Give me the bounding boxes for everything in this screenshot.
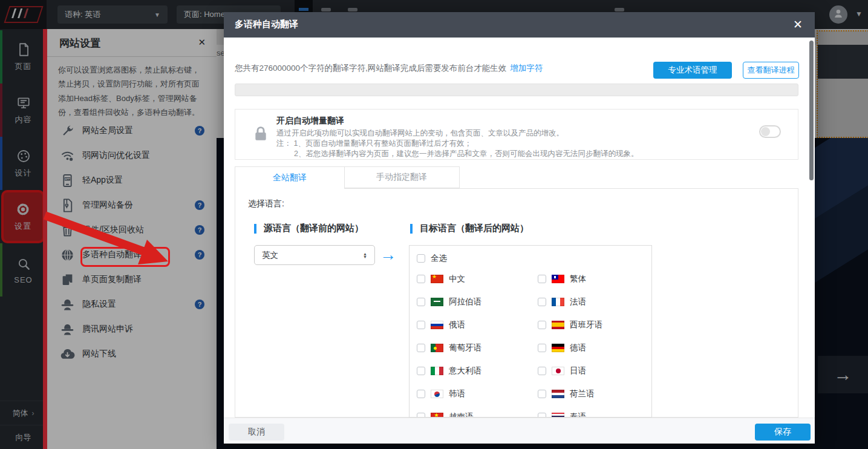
language-option-label: 泰语 [570, 411, 586, 418]
language-option-label: 繁体 [570, 274, 586, 284]
language-option-label: 阿拉伯语 [449, 297, 481, 307]
tab-full-site-translate[interactable]: 全站翻译 [235, 166, 345, 189]
lock-icon [251, 123, 270, 145]
language-option-label: 日语 [570, 365, 586, 376]
tw-flag-icon [552, 275, 564, 283]
source-select-value: 英文 [262, 250, 278, 261]
language-option-sa[interactable]: 阿拉伯语 [417, 290, 481, 313]
language-row: 中文繁体 [410, 267, 651, 290]
modal-title: 多语种自动翻译 [235, 19, 298, 30]
language-option-label: 西班牙语 [570, 320, 602, 330]
toggle-knob [761, 127, 770, 136]
translate-modal: 多语种自动翻译 ✕ 您共有276000000个字符的翻译字符,网站翻译完成后需要… [224, 12, 815, 444]
checkbox[interactable] [417, 298, 425, 306]
incremental-translation-box: 开启自动增量翻译 通过开启此项功能可以实现自动翻译网站上的变动，包含页面、文章以… [235, 109, 798, 160]
it-flag-icon [431, 367, 443, 375]
checkbox[interactable] [538, 344, 546, 352]
language-option-th[interactable]: 泰语 [538, 405, 586, 418]
cn-flag-icon [431, 275, 443, 283]
language-option-es[interactable]: 西班牙语 [538, 313, 602, 336]
target-language-list: 全选中文繁体阿拉伯语法语俄语西班牙语葡萄牙语德语意大利语日语韩语荷兰语越南语泰语 [409, 245, 652, 418]
nl-flag-icon [552, 390, 564, 398]
kr-flag-icon [431, 390, 443, 398]
language-option-vn[interactable]: 越南语 [417, 405, 474, 418]
language-option-label: 全选 [431, 253, 447, 264]
mapping-arrow-icon: → [380, 246, 396, 264]
language-option-fr[interactable]: 法语 [538, 290, 586, 313]
incremental-toggle[interactable] [759, 125, 781, 138]
language-option-tw[interactable]: 繁体 [538, 267, 586, 290]
modal-scrollbar[interactable] [809, 41, 814, 180]
checkbox[interactable] [538, 275, 546, 283]
select-all-row: 全选 [410, 247, 651, 270]
language-option-label: 荷兰语 [570, 388, 595, 399]
add-characters-link[interactable]: 增加字符 [510, 64, 543, 73]
target-language-header: 目标语言（翻译后的网站） [410, 223, 529, 234]
language-row: 俄语西班牙语 [410, 313, 651, 336]
checkbox[interactable] [538, 390, 546, 398]
language-option-ru[interactable]: 俄语 [417, 313, 465, 336]
annotation-red-stripe [43, 29, 47, 449]
choose-language-label: 选择语言: [248, 198, 284, 209]
language-option-pt[interactable]: 葡萄牙语 [417, 336, 481, 359]
checkbox[interactable] [417, 321, 425, 329]
language-option-label: 法语 [570, 297, 586, 307]
language-row: 阿拉伯语法语 [410, 290, 651, 313]
translation-progress-bar [235, 84, 798, 96]
checkbox[interactable] [417, 344, 425, 352]
modal-footer: 取消 保存 [224, 418, 815, 444]
checkbox[interactable] [417, 390, 425, 398]
language-row: 葡萄牙语德语 [410, 336, 651, 359]
language-row: 意大利语日语 [410, 359, 651, 382]
tab-manual-translate[interactable]: 手动指定翻译 [344, 166, 460, 188]
checkbox[interactable] [417, 367, 425, 375]
language-option-label: 韩语 [449, 388, 465, 399]
quota-text: 您共有276000000个字符的翻译字符,网站翻译完成后需要发布前台才能生效增加… [235, 63, 543, 74]
language-option-label: 葡萄牙语 [449, 342, 481, 353]
language-option-label: 中文 [449, 274, 465, 284]
language-option-cn[interactable]: 中文 [417, 267, 465, 290]
th-flag-icon [552, 413, 564, 418]
language-row: 韩语荷兰语 [410, 382, 651, 405]
checkbox[interactable] [417, 254, 425, 263]
sa-flag-icon [431, 298, 443, 306]
language-option-it[interactable]: 意大利语 [417, 359, 481, 382]
language-option-jp[interactable]: 日语 [538, 359, 586, 382]
checkbox[interactable] [417, 413, 425, 418]
vn-flag-icon [431, 413, 443, 418]
checkbox[interactable] [538, 298, 546, 306]
checkbox[interactable] [538, 321, 546, 329]
fr-flag-icon [552, 298, 564, 306]
incremental-line2: 注： 1、页面自动增量翻译只有整站页面翻译过后才有效； [276, 139, 472, 149]
es-flag-icon [552, 321, 564, 329]
target-header-label: 目标语言（翻译后的网站） [420, 223, 529, 234]
language-option-kr[interactable]: 韩语 [417, 382, 465, 405]
de-flag-icon [552, 344, 564, 352]
language-option-select-all[interactable]: 全选 [417, 247, 447, 270]
select-stepper-icon: ▲▼ [363, 252, 367, 258]
source-language-select[interactable]: 英文 ▲▼ [254, 245, 375, 265]
language-option-de[interactable]: 德语 [538, 336, 586, 359]
language-option-nl[interactable]: 荷兰语 [538, 382, 595, 405]
blue-bar [410, 224, 413, 234]
terminology-button[interactable]: 专业术语管理 [653, 62, 732, 79]
checkbox[interactable] [538, 367, 546, 375]
pt-flag-icon [431, 344, 443, 352]
source-language-header: 源语言（翻译前的网站） [254, 223, 364, 234]
view-progress-button[interactable]: 查看翻译进程 [743, 62, 799, 79]
language-option-label: 德语 [570, 342, 586, 353]
language-option-label: 意大利语 [449, 365, 481, 376]
incremental-line1: 通过开启此项功能可以实现自动翻译网站上的变动，包含页面、文章以及产品的增改。 [276, 128, 564, 139]
incremental-line3: 2、若您选择翻译内容为页面，建议您一并选择产品和文章，否则可能会出现内容无法同步… [294, 149, 638, 159]
checkbox[interactable] [417, 275, 425, 283]
source-header-label: 源语言（翻译前的网站） [264, 223, 364, 234]
save-button[interactable]: 保存 [755, 424, 811, 441]
modal-close-icon[interactable]: ✕ [793, 18, 803, 31]
quota-text-value: 您共有276000000个字符的翻译字符,网站翻译完成后需要发布前台才能生效 [235, 64, 506, 73]
jp-flag-icon [552, 367, 564, 375]
cancel-button[interactable]: 取消 [229, 424, 284, 441]
language-option-label: 越南语 [449, 411, 474, 418]
checkbox[interactable] [538, 413, 546, 418]
language-option-label: 俄语 [449, 320, 465, 330]
blue-bar [254, 224, 256, 234]
